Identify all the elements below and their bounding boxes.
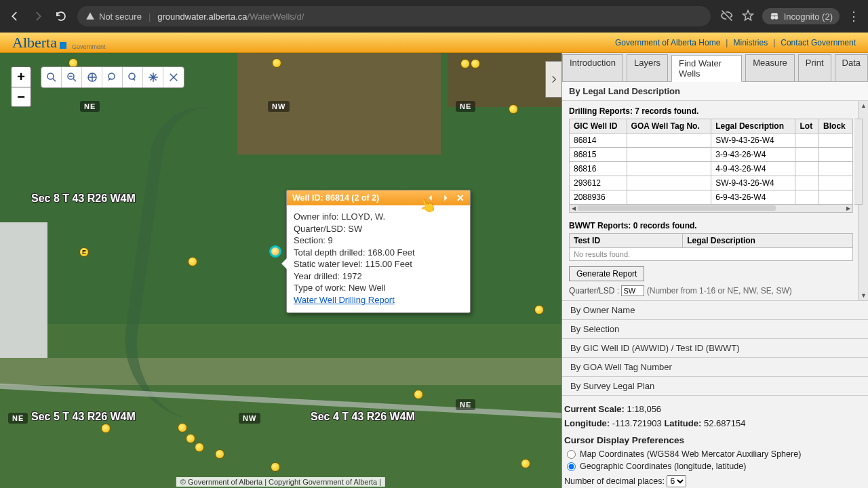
well-info-popup: Well ID: 86814 (2 of 2) ✕ Owner info: LL… (286, 190, 471, 313)
well-marker[interactable] (521, 459, 530, 468)
section-label: Sec 5 T 43 R26 W4M (31, 411, 136, 423)
grid-label-nw: NW (268, 101, 290, 112)
bwwt-table: Test ID Legal Description No results fou… (569, 233, 853, 261)
tab-layers[interactable]: Layers (627, 54, 668, 81)
well-marker[interactable] (271, 462, 280, 472)
search-mode-legal[interactable]: By Legal Land Description (562, 82, 868, 101)
zoom-controls: + − (11, 66, 31, 107)
table-scrollbar[interactable] (854, 119, 863, 205)
well-marker[interactable] (186, 434, 195, 443)
well-marker[interactable] (471, 59, 480, 68)
security-warning: Not secure (85, 12, 142, 22)
popup-next-icon[interactable] (441, 194, 450, 202)
well-marker[interactable] (178, 423, 187, 432)
map-attribution: © Government of Alberta | Copyright Gove… (176, 477, 385, 487)
well-marker[interactable] (272, 58, 281, 68)
table-row[interactable]: 86814SW-9-43-26-W4 (570, 134, 853, 148)
address-bar[interactable]: Not secure | groundwater.alberta.ca/Wate… (77, 6, 711, 26)
link-contact-gov[interactable]: Contact Government (781, 38, 856, 47)
col-lot[interactable]: Lot (795, 119, 819, 134)
cursor-prefs-header: Cursor Display Preferences (561, 430, 860, 448)
identify-tool[interactable] (41, 67, 62, 87)
drilling-report-link[interactable]: Water Well Drilling Report (294, 295, 395, 305)
grid-label-ne: NE (456, 399, 475, 410)
col-test-id[interactable]: Test ID (570, 234, 683, 248)
well-marker[interactable]: E (79, 247, 89, 257)
col-legal-desc[interactable]: Legal Description (711, 119, 795, 134)
popup-close-icon[interactable]: ✕ (456, 193, 465, 203)
svg-point-0 (770, 16, 774, 19)
selected-well-marker[interactable] (269, 245, 281, 258)
zoom-box-tool[interactable] (62, 67, 82, 87)
table-row[interactable]: 868164-9-43-26-W4 (570, 162, 853, 176)
forward-button[interactable] (31, 9, 45, 23)
zoom-out-button[interactable]: − (11, 87, 31, 107)
pref-geo-coords[interactable]: Geographic Coordinates (longitude, latit… (561, 460, 860, 472)
search-by-goa[interactable]: By GOA Well Tag Number (562, 357, 868, 376)
current-scale-value: 1:18,056 (627, 404, 662, 414)
prev-extent-tool[interactable] (102, 67, 123, 87)
logo-square-icon (60, 42, 66, 49)
alberta-logo[interactable]: Alberta Government (12, 34, 106, 52)
table-hscroll[interactable]: ◀▶ (569, 205, 853, 213)
eye-off-icon[interactable] (720, 9, 734, 24)
tab-measure[interactable]: Measure (745, 54, 795, 81)
popup-prev-icon[interactable] (427, 194, 435, 202)
well-marker[interactable] (188, 257, 197, 266)
svg-point-2 (47, 73, 54, 79)
decimal-places-select[interactable]: 6 (667, 475, 686, 487)
table-row[interactable]: 868153-9-43-26-W4 (570, 148, 853, 162)
pref-map-coords[interactable]: Map Coordinates (WGS84 Web Mercator Auxi… (561, 448, 860, 460)
well-marker[interactable] (414, 390, 423, 399)
well-marker[interactable] (101, 424, 111, 433)
back-button[interactable] (8, 9, 22, 23)
link-ministries[interactable]: Ministries (733, 38, 768, 47)
latitude-value: 52.687154 (704, 418, 745, 428)
table-row[interactable]: 293612SW-9-43-26-W4 (570, 176, 853, 190)
col-goa-tag[interactable]: GOA Well Tag No. (627, 119, 711, 134)
next-extent-tool[interactable] (123, 67, 143, 87)
col-legal-desc[interactable]: Legal Description (683, 234, 853, 248)
panel-toggle-button[interactable] (545, 61, 561, 98)
star-icon[interactable] (742, 9, 754, 24)
tab-find-water-wells[interactable]: Find Water Wells (671, 55, 742, 82)
bwwt-reports-count: BWWT Reports: 0 records found. (569, 218, 853, 233)
bwwt-empty: No results found. (570, 248, 853, 261)
search-by-owner[interactable]: By Owner Name (562, 300, 868, 319)
well-marker[interactable] (460, 59, 470, 68)
svg-point-6 (129, 73, 135, 79)
link-gov-home[interactable]: Government of Alberta Home (615, 38, 720, 47)
map-canvas[interactable]: + − E NE (0, 53, 561, 488)
incognito-indicator[interactable]: Incognito (2) (762, 8, 840, 24)
map-toolbar (41, 66, 184, 88)
well-marker[interactable] (215, 449, 224, 459)
search-by-selection[interactable]: By Selection (562, 319, 868, 338)
tab-data[interactable]: Data (835, 54, 868, 81)
full-extent-tool[interactable] (82, 67, 102, 87)
side-panel: Introduction Layers Find Water Wells Mea… (561, 53, 868, 488)
grid-label-nw: NW (239, 413, 260, 424)
tab-print[interactable]: Print (798, 54, 831, 81)
panel-tabs: Introduction Layers Find Water Wells Mea… (562, 53, 868, 82)
well-marker[interactable] (509, 104, 518, 114)
quarter-lsd-input[interactable] (621, 285, 644, 296)
table-row[interactable]: 20889366-9-43-26-W4 (570, 190, 853, 205)
search-by-survey[interactable]: By Survey Legal Plan (562, 376, 868, 396)
reload-button[interactable] (54, 9, 68, 23)
col-gic-well-id[interactable]: GIC Well ID (570, 119, 627, 134)
tab-introduction[interactable]: Introduction (562, 54, 623, 81)
drilling-reports-table: GIC Well ID GOA Well Tag No. Legal Descr… (569, 119, 853, 205)
well-marker[interactable] (534, 305, 544, 314)
pan-tool[interactable] (143, 67, 163, 87)
site-header: Alberta Government Government of Alberta… (0, 33, 868, 53)
well-marker[interactable] (195, 443, 204, 452)
generate-report-button[interactable]: Generate Report (569, 266, 644, 281)
search-by-gic[interactable]: By GIC Well ID (AWWID) / Test ID (BWWT) (562, 338, 868, 357)
col-block[interactable]: Block (819, 119, 853, 134)
gov-links: Government of Alberta Home| Ministries| … (615, 38, 856, 47)
zoom-in-button[interactable]: + (11, 66, 31, 87)
kebab-menu-icon[interactable]: ⋮ (848, 9, 860, 24)
longitude-value: -113.721903 (612, 418, 662, 428)
clear-tool[interactable] (163, 67, 184, 87)
grid-label-ne: NE (456, 101, 475, 112)
